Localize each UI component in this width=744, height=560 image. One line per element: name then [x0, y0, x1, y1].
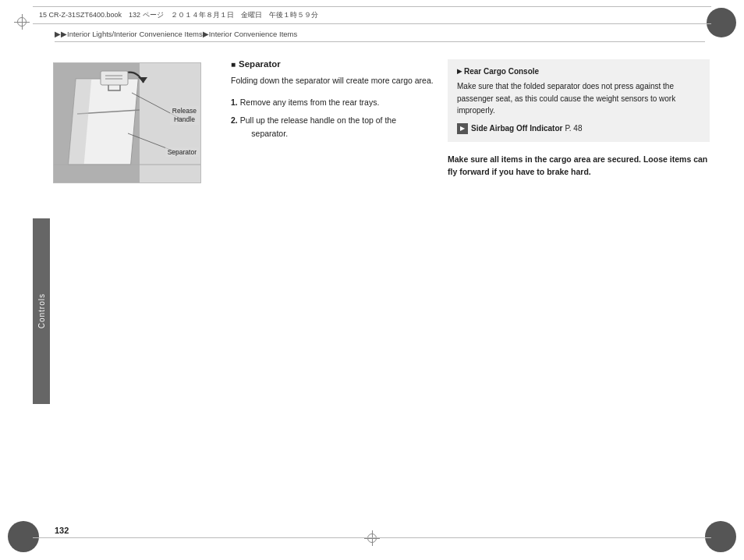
page-number: 132 [55, 526, 69, 535]
step-1-text: Remove any items from the rear trays. [240, 96, 380, 109]
link-ref-label: Side Airbag Off Indicator [471, 124, 562, 133]
main-content: ReleaseHandle Separator ■ Separator Fold… [53, 48, 710, 517]
page-number-text: 132 [55, 526, 69, 535]
info-panel: ▶ Rear Cargo Console Make sure that the … [435, 48, 710, 517]
header-area: 15 CR-Z-31SZT6400.book 132 ページ ２０１４年８月１日… [39, 6, 705, 23]
breadcrumb-text: ▶▶Interior Lights/Interior Convenience I… [55, 30, 297, 38]
info-box: ▶ Rear Cargo Console Make sure that the … [448, 59, 710, 142]
step-1-number: 1. [231, 96, 238, 109]
header-text: 15 CR-Z-31SZT6400.book 132 ページ ２０１４年８月１日… [39, 10, 318, 20]
registration-mark-tl [14, 14, 30, 30]
step-2-number: 2. [231, 114, 238, 141]
warning-text: Make sure all items in the cargo area ar… [448, 153, 710, 179]
step-2: 2. Pull up the release handle on the top… [231, 114, 435, 141]
section-description: Folding down the separator will create m… [231, 74, 435, 87]
link-ref-page: P. 48 [565, 124, 582, 133]
section-title-icon: ■ [231, 60, 236, 69]
link-ref: ▶ Side Airbag Off Indicator P. 48 [457, 123, 700, 134]
section-title: ■ Separator [231, 59, 435, 69]
instructions-area: ■ Separator Folding down the separator w… [217, 48, 435, 517]
info-box-title: ▶ Rear Cargo Console [457, 67, 700, 76]
svg-rect-5 [101, 71, 128, 85]
release-handle-label: ReleaseHandle [170, 106, 199, 125]
header-bottom-rule [33, 23, 711, 24]
info-box-body: Make sure that the folded separator does… [457, 80, 700, 117]
image-area: ReleaseHandle Separator [53, 48, 217, 517]
step-2-text: Pull up the release handle on the top of… [240, 114, 396, 141]
registration-mark-bc [364, 530, 380, 546]
step-1: 1. Remove any items from the rear trays. [231, 96, 435, 109]
breadcrumb: ▶▶Interior Lights/Interior Convenience I… [55, 28, 705, 42]
link-ref-icon: ▶ [457, 123, 468, 134]
info-box-title-text: Rear Cargo Console [464, 67, 539, 76]
diagram-box: ReleaseHandle Separator [53, 62, 201, 183]
section-title-text: Separator [239, 59, 281, 69]
sidebar-tab: Controls [33, 218, 50, 404]
info-box-icon: ▶ [457, 68, 462, 75]
deco-circle-tr [707, 8, 736, 37]
deco-circle-bl [8, 521, 39, 552]
deco-circle-br [705, 521, 736, 552]
sidebar-label: Controls [37, 293, 46, 328]
separator-label-img: Separator [165, 147, 199, 157]
footer-rule [33, 537, 711, 538]
steps-list: 1. Remove any items from the rear trays.… [231, 96, 435, 140]
